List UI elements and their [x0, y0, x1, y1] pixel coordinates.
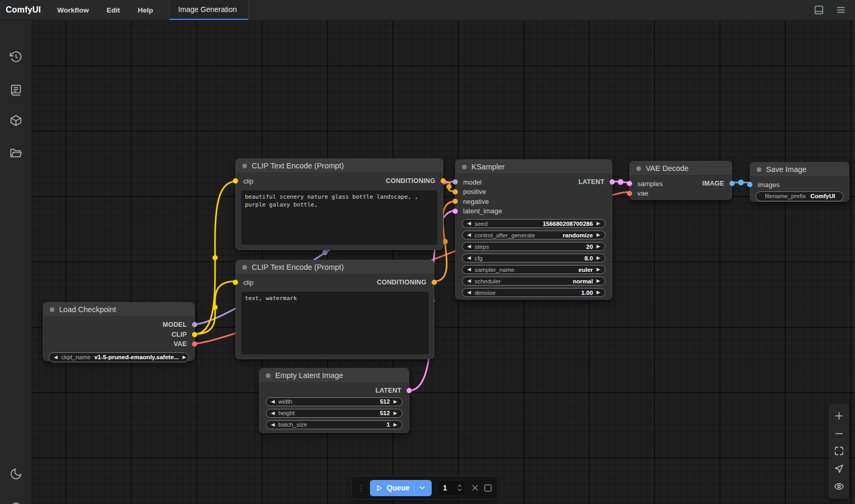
fit-view-icon[interactable]	[834, 446, 844, 456]
node-titlebar[interactable]: Empty Latent Image	[260, 369, 409, 383]
widget-height[interactable]: ◀height512▶	[266, 409, 402, 418]
graph-canvas[interactable]	[0, 0, 855, 504]
link-visibility-eye-icon[interactable]	[834, 482, 844, 491]
collapse-dot[interactable]	[757, 167, 761, 172]
batch-count-value[interactable]: 1	[443, 484, 447, 492]
output-port-image[interactable]	[729, 181, 735, 186]
decrement-arrow-icon[interactable]: ◀	[467, 244, 471, 249]
drag-handle-icon[interactable]: ⋮	[357, 484, 365, 492]
input-port-clip[interactable]	[233, 178, 238, 184]
menu-help[interactable]: Help	[129, 6, 162, 14]
decrement-arrow-icon[interactable]: ◀	[467, 256, 471, 260]
node-titlebar[interactable]: VAE Decode	[630, 162, 732, 176]
node-empty-latent-image[interactable]: Empty Latent Image LATENT ◀width512▶ ◀he…	[259, 368, 409, 433]
increment-arrow-icon[interactable]: ▶	[597, 221, 600, 226]
prompt-textarea[interactable]: beautiful scenery nature glass bottle la…	[241, 190, 437, 245]
node-vae-decode[interactable]: VAE Decode samples IMAGE vae	[629, 161, 732, 200]
widget-cfg[interactable]: ◀cfg8.0▶	[462, 254, 605, 262]
widget-steps[interactable]: ◀steps20▶	[462, 242, 605, 251]
output-port-conditioning[interactable]	[441, 178, 446, 184]
decrement-arrow-icon[interactable]: ◀	[54, 355, 58, 360]
input-port-model[interactable]	[453, 179, 458, 185]
increment-arrow-icon[interactable]: ▶	[183, 355, 186, 360]
increment-arrow-icon[interactable]: ▶	[393, 399, 397, 404]
node-load-checkpoint[interactable]: Load Checkpoint MODEL CLIP VAE ◀ ckpt_na…	[43, 302, 195, 361]
decrement-arrow-icon[interactable]: ◀	[271, 411, 275, 416]
collapse-dot[interactable]	[242, 265, 247, 270]
settings-gear-icon[interactable]: ⚙	[0, 500, 32, 504]
input-port-samples[interactable]	[627, 181, 632, 186]
collapse-dot[interactable]	[242, 164, 247, 168]
node-library-icon[interactable]	[9, 84, 22, 97]
input-port-positive[interactable]	[453, 189, 458, 194]
node-titlebar[interactable]: KSampler	[456, 160, 612, 174]
input-port-latent-image[interactable]	[453, 209, 458, 214]
widget-filename-prefix[interactable]: filename_prefix ComfyUI	[756, 191, 843, 201]
increment-arrow-icon[interactable]: ▶	[597, 233, 600, 237]
menu-edit[interactable]: Edit	[98, 6, 129, 14]
input-port-images[interactable]	[747, 182, 752, 187]
cancel-x-icon[interactable]	[470, 483, 480, 492]
node-titlebar[interactable]: CLIP Text Encode (Prompt)	[236, 260, 434, 274]
widget-ckpt-name[interactable]: ◀ ckpt_name v1-5-pruned-emaonly.safete..…	[49, 352, 189, 362]
workflows-folder-icon[interactable]	[9, 146, 22, 159]
tab-image-generation[interactable]: Image Generation	[169, 0, 249, 20]
widget-control-after-generate[interactable]: ◀control_after_generaterandomize▶	[462, 231, 605, 239]
bottom-panel-toggle-icon[interactable]	[813, 4, 825, 16]
zoom-in-icon[interactable]	[834, 411, 844, 421]
node-ksampler[interactable]: KSampler model LATENT positive negative …	[455, 159, 612, 300]
widget-scheduler[interactable]: ◀schedulernormal▶	[462, 277, 605, 285]
menu-workflow[interactable]: Workflow	[48, 6, 98, 14]
widget-width[interactable]: ◀width512▶	[266, 397, 402, 406]
chevron-down-icon[interactable]	[419, 484, 426, 491]
pan-navigation-arrow-icon[interactable]	[834, 464, 844, 474]
batch-count-stepper[interactable]: 1	[436, 480, 466, 496]
increment-arrow-icon[interactable]: ▶	[393, 422, 397, 427]
decrement-arrow-icon[interactable]: ◀	[467, 221, 471, 226]
node-clip-text-encode-negative[interactable]: CLIP Text Encode (Prompt) clip CONDITION…	[235, 260, 434, 359]
queue-button[interactable]: Queue	[370, 480, 432, 496]
decrement-arrow-icon[interactable]: ◀	[467, 279, 471, 283]
theme-toggle-moon-icon[interactable]	[9, 467, 22, 480]
decrement-arrow-icon[interactable]: ◀	[467, 267, 471, 272]
increment-arrow-icon[interactable]: ▶	[393, 411, 397, 416]
decrement-arrow-icon[interactable]: ◀	[467, 290, 471, 295]
decrement-arrow-icon[interactable]: ◀	[467, 233, 471, 237]
collapse-dot[interactable]	[50, 307, 54, 312]
increment-chevron-icon[interactable]	[457, 484, 462, 487]
node-titlebar[interactable]: CLIP Text Encode (Prompt)	[236, 159, 443, 173]
output-port-model[interactable]	[192, 322, 197, 327]
workflow-history-icon[interactable]	[9, 50, 22, 63]
widget-denoise[interactable]: ◀denoise1.00▶	[462, 288, 605, 297]
output-port-vae[interactable]	[192, 341, 197, 347]
collapse-dot[interactable]	[462, 165, 467, 169]
prompt-textarea[interactable]: text, watermark	[241, 292, 429, 354]
output-port-conditioning[interactable]	[432, 280, 437, 285]
model-library-icon[interactable]	[9, 114, 22, 127]
input-port-vae[interactable]	[627, 191, 632, 196]
menu-hamburger-icon[interactable]	[835, 4, 847, 16]
increment-arrow-icon[interactable]: ▶	[597, 290, 600, 295]
node-save-image[interactable]: Save Image images filename_prefix ComfyU…	[750, 162, 849, 202]
input-port-clip[interactable]	[233, 280, 238, 285]
widget-sampler-name[interactable]: ◀sampler_nameeuler▶	[462, 265, 605, 274]
output-port-clip[interactable]	[192, 332, 197, 337]
node-clip-text-encode-positive[interactable]: CLIP Text Encode (Prompt) clip CONDITION…	[235, 158, 443, 250]
widget-seed[interactable]: ◀seed156680208700286▶	[462, 219, 605, 228]
decrement-arrow-icon[interactable]: ◀	[271, 422, 275, 427]
decrement-arrow-icon[interactable]: ◀	[271, 399, 275, 404]
node-titlebar[interactable]: Save Image	[750, 163, 849, 177]
stop-square-icon[interactable]	[485, 485, 491, 491]
widget-batch-size[interactable]: ◀batch_size1▶	[266, 420, 402, 429]
zoom-out-icon[interactable]	[834, 429, 844, 439]
collapse-dot[interactable]	[266, 373, 271, 378]
output-port-latent[interactable]	[407, 388, 412, 393]
increment-arrow-icon[interactable]: ▶	[597, 244, 600, 249]
decrement-chevron-icon[interactable]	[457, 488, 462, 491]
collapse-dot[interactable]	[636, 166, 641, 171]
increment-arrow-icon[interactable]: ▶	[597, 279, 600, 283]
node-titlebar[interactable]: Load Checkpoint	[43, 303, 194, 317]
output-port-latent[interactable]	[610, 179, 615, 185]
increment-arrow-icon[interactable]: ▶	[597, 256, 600, 260]
increment-arrow-icon[interactable]: ▶	[597, 267, 600, 272]
